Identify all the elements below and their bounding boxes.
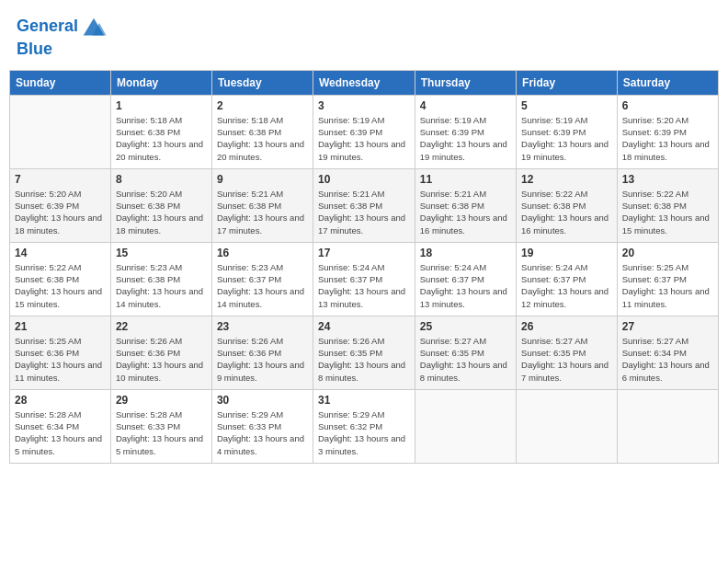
day-number: 21 — [15, 320, 106, 333]
calendar-cell: 6Sunrise: 5:20 AMSunset: 6:39 PMDaylight… — [617, 95, 718, 168]
day-info: Sunrise: 5:18 AMSunset: 6:38 PMDaylight:… — [116, 114, 207, 163]
weekday-header-sunday: Sunday — [10, 70, 111, 95]
calendar-cell: 28Sunrise: 5:28 AMSunset: 6:34 PMDayligh… — [10, 389, 111, 463]
day-number: 15 — [116, 247, 207, 259]
calendar-cell: 17Sunrise: 5:24 AMSunset: 6:37 PMDayligh… — [313, 242, 415, 316]
week-row-2: 7Sunrise: 5:20 AMSunset: 6:39 PMDaylight… — [10, 168, 719, 242]
calendar-cell: 9Sunrise: 5:21 AMSunset: 6:38 PMDaylight… — [211, 168, 313, 242]
day-number: 11 — [420, 173, 511, 186]
week-row-5: 28Sunrise: 5:28 AMSunset: 6:34 PMDayligh… — [10, 389, 719, 463]
day-number: 30 — [217, 394, 308, 407]
day-info: Sunrise: 5:25 AMSunset: 6:36 PMDaylight:… — [15, 335, 106, 384]
day-info: Sunrise: 5:20 AMSunset: 6:39 PMDaylight:… — [15, 188, 106, 236]
calendar-cell: 27Sunrise: 5:27 AMSunset: 6:34 PMDayligh… — [617, 316, 718, 389]
calendar-cell: 16Sunrise: 5:23 AMSunset: 6:37 PMDayligh… — [211, 242, 313, 316]
day-info: Sunrise: 5:28 AMSunset: 6:33 PMDaylight:… — [116, 408, 207, 457]
calendar-table: SundayMondayTuesdayWednesdayThursdayFrid… — [9, 70, 719, 464]
day-number: 19 — [521, 247, 612, 259]
calendar-cell: 29Sunrise: 5:28 AMSunset: 6:33 PMDayligh… — [110, 389, 211, 463]
day-info: Sunrise: 5:27 AMSunset: 6:35 PMDaylight:… — [420, 335, 511, 384]
day-number: 20 — [622, 247, 713, 259]
day-number: 2 — [217, 99, 308, 112]
calendar-cell: 5Sunrise: 5:19 AMSunset: 6:39 PMDaylight… — [517, 95, 618, 168]
day-number: 27 — [622, 320, 713, 333]
calendar-cell: 1Sunrise: 5:18 AMSunset: 6:38 PMDaylight… — [110, 95, 211, 168]
day-info: Sunrise: 5:20 AMSunset: 6:38 PMDaylight:… — [116, 188, 207, 236]
logo-icon — [80, 13, 108, 40]
calendar-cell: 13Sunrise: 5:22 AMSunset: 6:38 PMDayligh… — [617, 168, 718, 242]
day-info: Sunrise: 5:23 AMSunset: 6:37 PMDaylight:… — [217, 261, 308, 310]
day-info: Sunrise: 5:22 AMSunset: 6:38 PMDaylight:… — [622, 188, 713, 236]
day-info: Sunrise: 5:24 AMSunset: 6:37 PMDaylight:… — [521, 261, 612, 310]
day-number: 18 — [420, 247, 511, 259]
logo-text: General — [17, 17, 78, 36]
calendar-cell: 25Sunrise: 5:27 AMSunset: 6:35 PMDayligh… — [415, 316, 516, 389]
calendar-cell: 21Sunrise: 5:25 AMSunset: 6:36 PMDayligh… — [10, 316, 111, 389]
calendar-cell: 2Sunrise: 5:18 AMSunset: 6:38 PMDaylight… — [211, 95, 313, 168]
day-number: 3 — [318, 99, 410, 112]
day-info: Sunrise: 5:21 AMSunset: 6:38 PMDaylight:… — [420, 188, 511, 236]
day-info: Sunrise: 5:18 AMSunset: 6:38 PMDaylight:… — [217, 114, 308, 163]
day-number: 12 — [521, 173, 612, 186]
calendar-cell: 12Sunrise: 5:22 AMSunset: 6:38 PMDayligh… — [517, 168, 618, 242]
day-number: 1 — [116, 99, 207, 112]
day-info: Sunrise: 5:26 AMSunset: 6:36 PMDaylight:… — [217, 335, 308, 384]
weekday-header-friday: Friday — [517, 70, 618, 95]
day-number: 7 — [15, 173, 106, 186]
day-info: Sunrise: 5:22 AMSunset: 6:38 PMDaylight:… — [521, 188, 612, 236]
day-number: 23 — [217, 320, 308, 333]
day-info: Sunrise: 5:29 AMSunset: 6:32 PMDaylight:… — [318, 408, 410, 457]
day-number: 14 — [15, 247, 106, 259]
calendar-cell: 3Sunrise: 5:19 AMSunset: 6:39 PMDaylight… — [313, 95, 415, 168]
calendar-cell — [617, 389, 718, 463]
day-info: Sunrise: 5:19 AMSunset: 6:39 PMDaylight:… — [521, 114, 612, 163]
week-row-3: 14Sunrise: 5:22 AMSunset: 6:38 PMDayligh… — [10, 242, 719, 316]
calendar-cell: 10Sunrise: 5:21 AMSunset: 6:38 PMDayligh… — [313, 168, 415, 242]
calendar-cell — [10, 95, 111, 168]
day-number: 31 — [318, 394, 410, 407]
day-info: Sunrise: 5:27 AMSunset: 6:34 PMDaylight:… — [622, 335, 713, 384]
day-number: 16 — [217, 247, 308, 259]
calendar-cell: 7Sunrise: 5:20 AMSunset: 6:39 PMDaylight… — [10, 168, 111, 242]
weekday-header-wednesday: Wednesday — [313, 70, 415, 95]
logo: General Blue — [17, 13, 108, 59]
week-row-4: 21Sunrise: 5:25 AMSunset: 6:36 PMDayligh… — [10, 316, 719, 389]
logo-blue: Blue — [17, 40, 52, 59]
calendar-cell: 14Sunrise: 5:22 AMSunset: 6:38 PMDayligh… — [10, 242, 111, 316]
day-number: 22 — [116, 320, 207, 333]
day-number: 25 — [420, 320, 511, 333]
calendar-cell: 4Sunrise: 5:19 AMSunset: 6:39 PMDaylight… — [415, 95, 516, 168]
day-info: Sunrise: 5:20 AMSunset: 6:39 PMDaylight:… — [622, 114, 713, 163]
calendar-cell: 30Sunrise: 5:29 AMSunset: 6:33 PMDayligh… — [211, 389, 313, 463]
day-info: Sunrise: 5:23 AMSunset: 6:38 PMDaylight:… — [116, 261, 207, 310]
day-info: Sunrise: 5:28 AMSunset: 6:34 PMDaylight:… — [15, 408, 106, 457]
calendar-cell: 24Sunrise: 5:26 AMSunset: 6:35 PMDayligh… — [313, 316, 415, 389]
calendar-cell: 31Sunrise: 5:29 AMSunset: 6:32 PMDayligh… — [313, 389, 415, 463]
day-info: Sunrise: 5:21 AMSunset: 6:38 PMDaylight:… — [217, 188, 308, 236]
calendar-cell — [415, 389, 516, 463]
day-number: 26 — [521, 320, 612, 333]
calendar-cell: 15Sunrise: 5:23 AMSunset: 6:38 PMDayligh… — [110, 242, 211, 316]
weekday-header-row: SundayMondayTuesdayWednesdayThursdayFrid… — [10, 70, 719, 95]
calendar-cell: 22Sunrise: 5:26 AMSunset: 6:36 PMDayligh… — [110, 316, 211, 389]
day-number: 5 — [521, 99, 612, 112]
calendar-cell: 19Sunrise: 5:24 AMSunset: 6:37 PMDayligh… — [517, 242, 618, 316]
day-info: Sunrise: 5:25 AMSunset: 6:37 PMDaylight:… — [622, 261, 713, 310]
day-info: Sunrise: 5:19 AMSunset: 6:39 PMDaylight:… — [420, 114, 511, 163]
calendar-cell: 20Sunrise: 5:25 AMSunset: 6:37 PMDayligh… — [617, 242, 718, 316]
day-info: Sunrise: 5:27 AMSunset: 6:35 PMDaylight:… — [521, 335, 612, 384]
day-number: 28 — [15, 394, 106, 407]
day-info: Sunrise: 5:26 AMSunset: 6:36 PMDaylight:… — [116, 335, 207, 384]
day-number: 8 — [116, 173, 207, 186]
weekday-header-monday: Monday — [110, 70, 211, 95]
day-number: 9 — [217, 173, 308, 186]
calendar-cell: 26Sunrise: 5:27 AMSunset: 6:35 PMDayligh… — [517, 316, 618, 389]
day-info: Sunrise: 5:24 AMSunset: 6:37 PMDaylight:… — [318, 261, 410, 310]
day-number: 17 — [318, 247, 410, 259]
day-number: 10 — [318, 173, 410, 186]
day-number: 4 — [420, 99, 511, 112]
day-info: Sunrise: 5:19 AMSunset: 6:39 PMDaylight:… — [318, 114, 410, 163]
weekday-header-saturday: Saturday — [617, 70, 718, 95]
calendar-cell: 11Sunrise: 5:21 AMSunset: 6:38 PMDayligh… — [415, 168, 516, 242]
week-row-1: 1Sunrise: 5:18 AMSunset: 6:38 PMDaylight… — [10, 95, 719, 168]
